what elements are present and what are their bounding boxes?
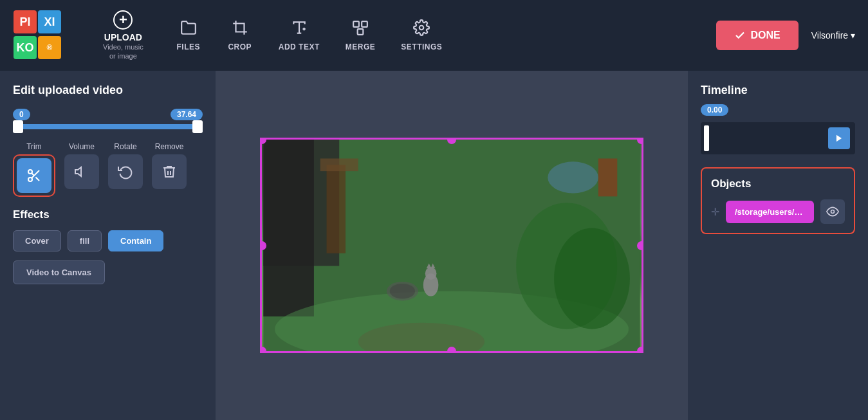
header-right: DONE Vilsonfire ▾	[716, 21, 855, 50]
remove-label: Remove	[155, 142, 184, 151]
center-canvas	[216, 71, 688, 420]
rotate-button[interactable]	[108, 154, 143, 189]
svg-marker-13	[75, 167, 81, 176]
settings-label: SETTINGS	[401, 42, 442, 51]
nav-item-settings[interactable]: SETTINGS	[388, 13, 455, 58]
svg-rect-6	[358, 29, 364, 35]
svg-rect-17	[263, 140, 314, 316]
header: PI XI KO ® + UPLOAD Video, musicor image…	[0, 0, 868, 71]
crop-handle-bottom-center[interactable]	[447, 347, 456, 353]
timeline-bar	[701, 122, 855, 154]
remove-button[interactable]	[152, 154, 187, 189]
crop-handle-middle-right[interactable]	[637, 241, 643, 250]
nav-item-crop[interactable]: CROP	[214, 13, 266, 58]
add-text-icon	[291, 19, 308, 40]
trim-label: Trim	[26, 142, 42, 151]
user-label: Vilsonfire ▾	[811, 30, 855, 41]
merge-icon	[352, 19, 369, 40]
effects-title: Effects	[13, 208, 203, 221]
trim-scissors-icon	[26, 168, 42, 183]
merge-label: MERGE	[346, 42, 376, 51]
video-to-canvas-button[interactable]: Video to Canvas	[13, 260, 105, 284]
trim-tool: Trim	[13, 142, 55, 197]
cover-button[interactable]: Cover	[13, 230, 61, 251]
user-menu[interactable]: Vilsonfire ▾	[811, 30, 855, 41]
svg-point-8	[28, 170, 32, 174]
objects-section: Objects ✛ /storage/users/272...	[701, 167, 855, 234]
slider-min-badge: 0	[13, 109, 30, 120]
files-icon	[180, 19, 197, 40]
svg-point-33	[831, 210, 835, 214]
header-nav: FILES CROP ADD TEXT	[163, 13, 716, 58]
svg-point-7	[420, 26, 424, 30]
settings-icon	[413, 19, 430, 40]
play-icon	[835, 134, 844, 143]
timeline-time-badge: 0.00	[701, 104, 728, 116]
logo-ko: KO	[14, 36, 37, 59]
objects-title: Objects	[711, 178, 845, 190]
svg-rect-29	[598, 158, 617, 196]
volume-tool: Volume	[64, 142, 99, 197]
upload-plus-icon: +	[113, 10, 133, 30]
slider-thumb-right[interactable]	[192, 120, 203, 133]
volume-label: Volume	[69, 142, 95, 151]
add-text-label: ADD TEXT	[279, 42, 320, 51]
slider-max-badge: 37.64	[171, 109, 203, 120]
slider-thumb-left[interactable]	[13, 120, 23, 133]
svg-rect-19	[320, 158, 358, 171]
done-button[interactable]: DONE	[716, 21, 799, 50]
object-drag-handle[interactable]: ✛	[711, 206, 719, 218]
svg-line-11	[35, 177, 39, 181]
effects-row: Cover fill Contain	[13, 230, 203, 251]
logo-pi: PI	[14, 10, 37, 33]
right-panel: Timeline 0.00 Objects ✛ /storage/users/2…	[688, 71, 868, 420]
garden-background	[262, 140, 642, 351]
crop-icon	[232, 19, 248, 40]
logo[interactable]: PI XI KO ®	[13, 10, 64, 61]
nav-item-files[interactable]: FILES	[163, 13, 214, 58]
timeline-section: Timeline 0.00	[701, 84, 855, 154]
tools-row: Trim Volume	[13, 142, 203, 197]
trim-slider-section: 0 37.64	[13, 109, 203, 129]
files-label: FILES	[177, 42, 201, 51]
garden-scene	[262, 140, 642, 351]
crop-label: CROP	[228, 42, 252, 51]
object-visibility-button[interactable]	[820, 199, 845, 224]
trash-icon	[162, 164, 177, 179]
trim-btn-wrapper	[13, 154, 55, 197]
crop-handle-bottom-right[interactable]	[637, 347, 643, 353]
object-path-label[interactable]: /storage/users/272...	[726, 201, 814, 223]
volume-button[interactable]	[64, 154, 99, 189]
video-image	[260, 138, 643, 353]
timeline-thumb[interactable]	[704, 125, 709, 151]
nav-item-add-text[interactable]: ADD TEXT	[266, 13, 333, 58]
nav-item-merge[interactable]: MERGE	[333, 13, 389, 58]
svg-rect-18	[327, 165, 346, 253]
svg-point-27	[554, 228, 630, 329]
volume-icon	[74, 164, 89, 179]
object-item: ✛ /storage/users/272...	[711, 199, 845, 224]
fill-button[interactable]: fill	[68, 230, 102, 251]
rotate-icon	[118, 164, 133, 179]
rotate-tool: Rotate	[108, 142, 143, 197]
svg-point-28	[548, 161, 598, 193]
svg-rect-4	[353, 21, 359, 27]
svg-line-12	[32, 173, 34, 176]
slider-labels: 0 37.64	[13, 109, 203, 120]
svg-marker-32	[836, 135, 842, 142]
upload-label: UPLOAD	[104, 32, 142, 42]
contain-button[interactable]: Contain	[108, 230, 163, 251]
upload-nav-item[interactable]: + UPLOAD Video, musicor image	[84, 4, 163, 68]
timeline-play-button[interactable]	[828, 127, 850, 149]
svg-rect-5	[362, 21, 367, 27]
svg-point-23	[425, 267, 437, 280]
svg-point-31	[390, 284, 415, 299]
upload-sublabel: Video, musicor image	[103, 42, 143, 61]
trim-button[interactable]	[17, 158, 51, 193]
main-content: Edit uploaded video 0 37.64 Trim	[0, 71, 868, 420]
slider-track[interactable]	[13, 124, 203, 129]
rotate-label: Rotate	[114, 142, 136, 151]
video-preview	[260, 138, 643, 353]
svg-point-9	[28, 178, 32, 181]
logo-xi: XI	[38, 10, 61, 33]
